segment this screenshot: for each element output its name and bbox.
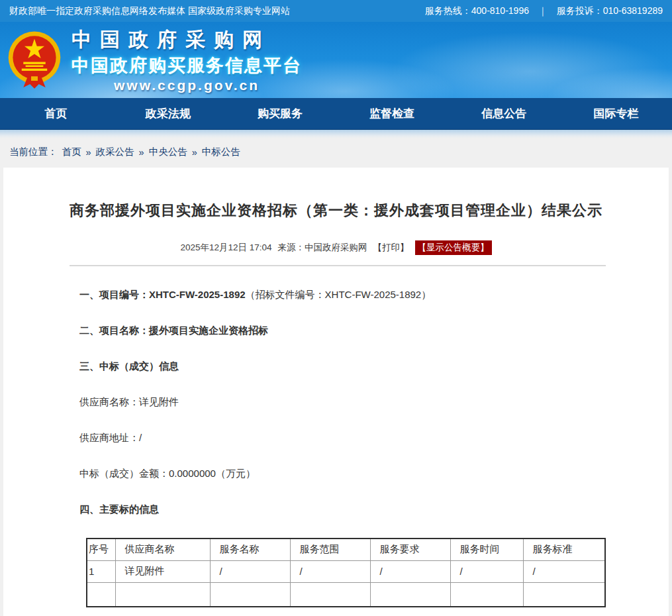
- main-subject-table: 序号 供应商名称 服务名称 服务范围 服务要求 服务时间 服务标准 1 详见附件…: [86, 538, 606, 607]
- breadcrumb-item-home[interactable]: 首页: [62, 146, 81, 158]
- site-logo[interactable]: 中国政府采购网 中国政府购买服务信息平台 www.ccgp.gov.cn: [0, 26, 302, 93]
- nav-bottom-fade: [0, 130, 672, 138]
- col-header-service-scope: 服务范围: [290, 539, 370, 560]
- service-complaint: 服务投诉：010-63819289: [557, 5, 663, 17]
- col-header-service-standard: 服务标准: [523, 539, 605, 560]
- nav-item-regulations[interactable]: 政采法规: [112, 98, 224, 129]
- article-body: 一、项目编号：XHTC-FW-2025-1892（招标文件编号：XHTC-FW-…: [79, 287, 669, 517]
- top-utility-bar: 财政部唯一指定政府采购信息网络发布媒体 国家级政府采购专业网站 服务热线：400…: [0, 0, 672, 22]
- table-row: 1 详见附件 / / / / /: [87, 560, 605, 582]
- page-title: 商务部援外项目实施企业资格招标（第一类：援外成套项目管理企业）结果公示: [3, 201, 669, 221]
- col-header-index: 序号: [87, 539, 115, 560]
- breadcrumb-item-award-notices[interactable]: 中标公告: [202, 146, 240, 158]
- breadcrumb-item-procurement-notices[interactable]: 政采公告: [96, 146, 134, 158]
- topbar-separator: ｜: [538, 5, 548, 17]
- article-meta: 2025年12月12日 17:04 来源：中国政府采购网 【打印】 【显示公告概…: [3, 240, 669, 255]
- para-main-subject-heading: 四、主要标的信息: [79, 502, 669, 517]
- site-name: 中国政府采购网: [72, 26, 302, 54]
- col-header-service-name: 服务名称: [210, 539, 290, 560]
- main-nav: 首页 政采法规 购买服务 监督检查 信息公告 国际专栏: [0, 98, 672, 130]
- para-project-number: 一、项目编号：XHTC-FW-2025-1892（招标文件编号：XHTC-FW-…: [79, 287, 669, 302]
- publish-datetime: 2025年12月12日 17:04: [180, 242, 271, 254]
- para-project-name: 二、项目名称：援外项目实施企业资格招标: [79, 323, 669, 338]
- national-emblem-icon: [7, 30, 62, 91]
- title-divider: [70, 265, 606, 266]
- print-button[interactable]: 【打印】: [373, 242, 409, 254]
- nav-item-purchase-services[interactable]: 购买服务: [224, 98, 336, 129]
- breadcrumb-label: 当前位置：: [9, 146, 58, 158]
- site-subtitle: 中国政府购买服务信息平台: [72, 54, 302, 77]
- para-supplier-name: 供应商名称：详见附件: [79, 395, 669, 409]
- nav-item-announcements[interactable]: 信息公告: [448, 98, 560, 129]
- para-award-info-heading: 三、中标（成交）信息: [79, 359, 669, 374]
- col-header-service-time: 服务时间: [450, 539, 523, 560]
- nav-item-supervision[interactable]: 监督检查: [336, 98, 448, 129]
- col-header-supplier: 供应商名称: [115, 539, 210, 560]
- main-subject-table-wrap: 序号 供应商名称 服务名称 服务范围 服务要求 服务时间 服务标准 1 详见附件…: [86, 538, 669, 607]
- site-url: www.ccgp.gov.cn: [72, 77, 302, 93]
- table-header-row: 序号 供应商名称 服务名称 服务范围 服务要求 服务时间 服务标准: [87, 539, 605, 560]
- breadcrumb-separator: »: [192, 147, 197, 158]
- para-supplier-address: 供应商地址：/: [79, 431, 669, 445]
- service-hotline: 服务热线：400-810-1996: [425, 5, 529, 17]
- col-header-service-requirement: 服务要求: [370, 539, 450, 560]
- article-card: 商务部援外项目实施企业资格招标（第一类：援外成套项目管理企业）结果公示 2025…: [3, 168, 669, 616]
- table-row-empty: [87, 582, 605, 607]
- breadcrumb-item-central-notices[interactable]: 中央公告: [149, 146, 187, 158]
- show-summary-button[interactable]: 【显示公告概要】: [415, 240, 492, 255]
- breadcrumb-separator: »: [86, 147, 91, 158]
- breadcrumb-separator: »: [139, 147, 144, 158]
- para-award-amount: 中标（成交）金额：0.0000000（万元）: [79, 466, 669, 481]
- article-source: 来源：中国政府采购网: [278, 242, 367, 254]
- site-slogan: 财政部唯一指定政府采购信息网络发布媒体 国家级政府采购专业网站: [9, 5, 290, 17]
- nav-item-international[interactable]: 国际专栏: [560, 98, 672, 129]
- breadcrumb: 当前位置： 首页 » 政采公告 » 中央公告 » 中标公告: [0, 138, 672, 168]
- nav-item-home[interactable]: 首页: [0, 98, 112, 129]
- site-banner: 中国政府采购网 中国政府购买服务信息平台 www.ccgp.gov.cn: [0, 22, 672, 98]
